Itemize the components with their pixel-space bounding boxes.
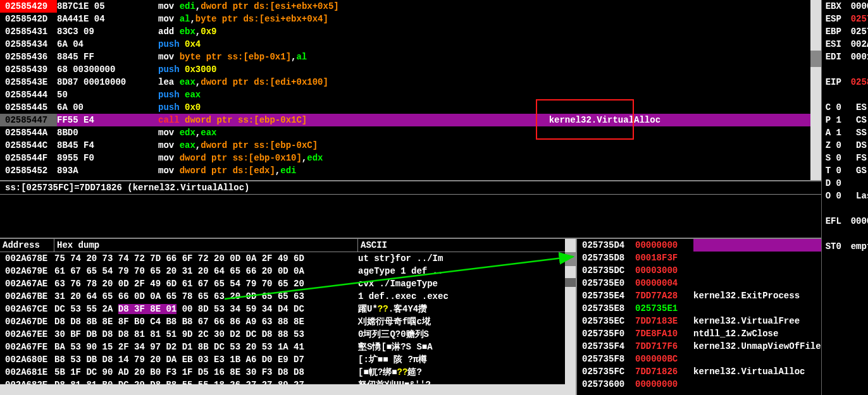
register-row: [822, 88, 868, 101]
register-name: EFL: [826, 215, 851, 228]
disasm-row[interactable]: 02585452893Amov dword ptr ds:[edx],edi: [0, 164, 821, 177]
disasm-scrollbar[interactable]: [810, 0, 821, 180]
disasm-instruction: add ebx,0x9: [158, 25, 549, 38]
stack-row[interactable]: 025735D800018F3F: [577, 252, 821, 264]
disasm-row[interactable]: 025854346A 04push 0x4: [0, 38, 821, 51]
disasm-bytes: 83C3 09: [57, 25, 158, 38]
disasm-row[interactable]: 02585447FF55 E4call dword ptr ss:[ebp-0x…: [0, 114, 821, 126]
disasm-row[interactable]: 0258543183C3 09add ebx,0x9: [0, 25, 821, 38]
stack-comment: kernel32.UnmapViewOfFile: [693, 340, 821, 353]
stack-address: 02573600: [577, 378, 635, 391]
disasm-instruction: mov al,byte ptr ds:[esi+ebx+0x4]: [158, 13, 549, 25]
register-value: empty 0.0: [851, 240, 868, 253]
disasm-address: 02585444: [0, 88, 57, 101]
hex-bytes: BA 53 90 15 2F 34 97 D2 D1 8B DC 53 20 5…: [54, 341, 358, 353]
disassembly-pane[interactable]: 025854298B7C1E 05mov edi,dword ptr ds:[e…: [0, 0, 821, 181]
disasm-row[interactable]: 0258544A8BD0mov edx,eax: [0, 126, 821, 139]
register-name: C 0: [826, 101, 851, 114]
stack-comment: ntdll_12.ZwClose: [693, 327, 821, 340]
registers-pane[interactable]: EBX000067D7ESP025735D4EBP02573618ESI002A…: [821, 0, 868, 395]
hex-row[interactable]: 002A67DED8 D8 8B 8E 8F B0 C4 B8 B8 67 66…: [0, 315, 576, 328]
disasm-instruction: push eax: [158, 88, 549, 101]
hex-scrollbar[interactable]: [565, 239, 576, 395]
stack-row[interactable]: 025735EC7DD7183Ekernel32.VirtualFree: [577, 315, 821, 327]
disasm-row[interactable]: 0258543E8D87 00010000lea eax,dword ptr d…: [0, 76, 821, 88]
disasm-bytes: 8BD0: [57, 126, 158, 139]
hex-row[interactable]: 002A67CEDC 53 55 2A D8 3F 8E 01 00 8D 53…: [0, 303, 576, 315]
stack-address: 025735E8: [577, 302, 635, 315]
stack-value: 7DD717F6: [635, 340, 693, 353]
hex-dump-pane[interactable]: Address Hex dump ASCII 002A678E75 74 20 …: [0, 239, 577, 395]
register-row: A 1 SS 002B 32: [822, 126, 868, 139]
hex-hscrollbar[interactable]: [0, 384, 576, 395]
disasm-comment: [549, 101, 821, 114]
disasm-comment: [549, 63, 821, 76]
hex-ascii: 躍U*??.客4Y4攒: [358, 303, 576, 315]
register-value: ES 002B 32: [851, 101, 868, 114]
hex-address: 002A679E: [0, 265, 54, 277]
hex-address: 002A681E: [0, 366, 54, 379]
disasm-comment: [549, 51, 821, 63]
disasm-bytes: 8D87 00010000: [57, 76, 158, 88]
register-value: GS 002B 32: [851, 164, 868, 177]
hex-header-ascii: ASCII: [358, 239, 466, 252]
disasm-bytes: 68 00300000: [57, 63, 158, 76]
stack-row[interactable]: 025735FC7DD71826kernel32.VirtualAlloc: [577, 365, 821, 378]
hex-row[interactable]: 002A679E61 67 65 54 79 70 65 20 31 20 64…: [0, 265, 576, 277]
stack-row[interactable]: 025735F07DE8FA10ntdll_12.ZwClose: [577, 327, 821, 340]
disasm-row[interactable]: 0258544C8B45 F4mov eax,dword ptr ss:[ebp…: [0, 139, 821, 152]
disasm-row[interactable]: 025854298B7C1E 05mov edi,dword ptr ds:[e…: [0, 0, 821, 13]
stack-value: 00000000: [635, 239, 693, 252]
disasm-row[interactable]: 0258544F8955 F0mov dword ptr ss:[ebp-0x1…: [0, 152, 821, 164]
register-name: ST0: [826, 240, 851, 253]
hex-row[interactable]: 002A67FEBA 53 90 15 2F 34 97 D2 D1 8B DC…: [0, 341, 576, 353]
stack-row[interactable]: 025735E47DD77A28kernel32.ExitProcess: [577, 289, 821, 302]
register-row: EBP02573618: [822, 25, 868, 38]
register-row: C 0 ES 002B 32: [822, 101, 868, 114]
register-row: ESP025735D4: [822, 13, 868, 25]
hex-address: 002A678E: [0, 252, 54, 265]
disasm-row[interactable]: 0258543968 00300000push 0x3000: [0, 63, 821, 76]
register-value: 00018E3F: [851, 51, 868, 63]
register-name: EIP: [826, 76, 851, 88]
hex-ascii: cvx ./ImageType: [358, 277, 576, 290]
hex-ascii: [:圹■■ 陔 ?π樽: [358, 353, 576, 366]
stack-row[interactable]: 025735DC00003000: [577, 264, 821, 277]
stack-row[interactable]: 025735E000000004: [577, 277, 821, 289]
hex-row[interactable]: 002A67EE30 BF DB D8 D8 81 81 51 9D 2C 30…: [0, 328, 576, 341]
disasm-bytes: 6A 00: [57, 101, 158, 114]
hex-row[interactable]: 002A67BE31 20 64 65 66 0D 0A 65 78 65 63…: [0, 290, 576, 303]
stack-row[interactable]: 025735F8000000BC: [577, 353, 821, 365]
disasm-row[interactable]: 0258542D8A441E 04mov al,byte ptr ds:[esi…: [0, 13, 821, 25]
register-row: T 0 GS 002B 32: [822, 164, 868, 177]
disasm-address: 02585452: [0, 164, 57, 177]
stack-row[interactable]: 025735F47DD717F6kernel32.UnmapViewOfFile: [577, 340, 821, 353]
disasm-row[interactable]: 025854368845 FFmov byte ptr ss:[ebp-0x1]…: [0, 51, 821, 63]
hex-ascii: 1 def..exec .exec: [358, 290, 576, 303]
stack-pane[interactable]: 025735D400000000025735D800018F3F025735DC…: [577, 239, 821, 395]
hex-address: 002A67AE: [0, 277, 54, 290]
disasm-row[interactable]: 025854456A 00push 0x0: [0, 101, 821, 114]
register-row: P 1 CS 0023 32: [822, 114, 868, 126]
hex-bytes: 30 BF DB D8 D8 81 81 51 9D 2C 30 D2 DC D…: [54, 328, 358, 341]
stack-comment: [693, 378, 821, 391]
disasm-instruction: lea eax,dword ptr ds:[edi+0x100]: [158, 76, 549, 88]
stack-row[interactable]: 025735D400000000: [577, 239, 821, 252]
register-name: EDI: [826, 51, 851, 63]
register-value: 00000216 (N: [851, 215, 868, 228]
stack-value: 7DD77A28: [635, 289, 693, 302]
register-name: P 1: [826, 114, 851, 126]
hex-row[interactable]: 002A680EB8 53 DB D8 14 79 20 DA EB 03 E3…: [0, 353, 576, 366]
info-line: ss:[025735FC]=7DD71826 (kernel32.Virtual…: [0, 181, 821, 195]
register-value: LastErr ER: [851, 190, 868, 202]
register-name: T 0: [826, 164, 851, 177]
stack-value: 000000BC: [635, 353, 693, 365]
hex-row[interactable]: 002A67AE63 76 78 20 0D 2F 49 6D 61 67 65…: [0, 277, 576, 290]
register-value: CS 0023 32: [851, 114, 868, 126]
stack-comment: kernel32.VirtualFree: [693, 315, 821, 327]
disasm-row[interactable]: 0258544450push eax: [0, 88, 821, 101]
hex-row[interactable]: 002A681E5B 1F DC 90 AD 20 B0 F3 1F D5 16…: [0, 366, 576, 379]
stack-row[interactable]: 0257360000000000: [577, 378, 821, 391]
stack-row[interactable]: 025735E8025735E1: [577, 302, 821, 315]
hex-row[interactable]: 002A678E75 74 20 73 74 72 7D 66 6F 72 20…: [0, 252, 576, 265]
